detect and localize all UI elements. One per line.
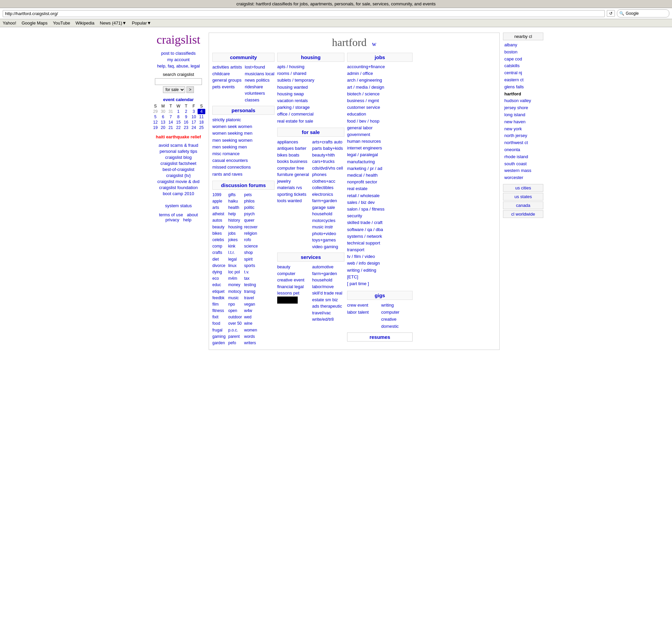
forum-religion[interactable]: religion [244,230,259,237]
community-general[interactable]: general [212,78,227,83]
forum-pets[interactable]: pets [244,192,259,198]
forum-m4m[interactable]: m4m [228,275,243,282]
services-automotive[interactable]: automotive [312,264,334,269]
nav-yahoo[interactable]: Yahoo! [3,21,16,26]
factsheet-link[interactable]: craigslist factsheet [151,161,205,166]
forum-fixit[interactable]: fixit [212,314,227,320]
my-account-link[interactable]: my account [151,57,205,62]
cal-cell[interactable]: 29 [151,109,159,114]
forsale-motorcycles[interactable]: motorcycles [312,218,335,223]
forsale-electronics[interactable]: electronics [312,192,333,197]
cal-cell[interactable]: 31 [167,109,175,114]
forum-dying[interactable]: dying [212,269,227,275]
cal-cell[interactable]: 10 [190,114,197,120]
services-farmgarden[interactable]: farm+garden [312,271,337,276]
jobs-systems[interactable]: systems / network [347,233,413,240]
nav-google-maps[interactable]: Google Maps [22,21,47,26]
cal-cell[interactable]: 11 [197,114,205,120]
services-skilledtrade[interactable]: skill'd trade [312,291,334,296]
nearby-oneonta[interactable]: oneonta [503,146,543,153]
avoid-scams-link[interactable]: avoid scams & fraud [151,143,205,148]
nearby-worcester[interactable]: worcester [503,174,543,181]
cal-cell[interactable]: 16 [182,120,190,125]
forsale-collectibles[interactable]: collectibles [312,185,334,190]
forsale-furniture[interactable]: furniture [277,172,293,177]
jobs-medical[interactable]: medical / health [347,172,413,178]
jobs-legal[interactable]: legal / paralegal [347,152,413,158]
forum-sports[interactable]: sports [244,262,259,269]
forum-science[interactable]: science [244,243,259,250]
jobs-internet[interactable]: internet engineers [347,145,413,151]
search-go-button[interactable]: > [187,86,194,93]
jobs-realestate[interactable]: real estate [347,186,413,192]
jobs-web[interactable]: web / info design [347,260,413,266]
jobs-technical[interactable]: technical support [347,240,413,246]
forsale-sporting[interactable]: sporting [277,192,293,197]
system-status-link[interactable]: system status [151,203,205,208]
nearby-newhaven[interactable]: new haven [503,119,543,126]
forum-money[interactable]: money [228,282,243,288]
jobs-hr[interactable]: human resources [347,139,413,144]
jobs-general-labor[interactable]: general labor [347,125,413,131]
forum-linux[interactable]: linux [228,262,243,269]
forum-tv[interactable]: t.v. [244,269,259,275]
forsale-videogaming[interactable]: video gaming [312,244,338,249]
nearby-hartford[interactable]: hartford [503,91,543,98]
jobs-writing[interactable]: writing / editing [347,267,413,273]
forsale-garagesale[interactable]: garage sale [312,205,335,210]
foundation-link[interactable]: craigslist foundation [151,185,205,190]
community-rideshare[interactable]: rideshare [245,84,263,89]
forum-locpol[interactable]: loc pol [228,269,243,275]
forsale-clothesacc[interactable]: clothes+acc [312,179,335,184]
forum-kink[interactable]: kink [228,243,243,250]
jobs-retail[interactable]: retail / wholesale [347,193,413,199]
search-input[interactable] [155,78,202,85]
nearby-easternct[interactable]: eastern ct [503,77,543,84]
cal-cell[interactable]: 25 [197,125,205,130]
cal-cell[interactable]: 20 [159,125,167,130]
forum-feedbk[interactable]: feedbk [212,295,227,301]
nearby-catskills[interactable]: catskills [503,62,543,70]
forum-writers[interactable]: writers [244,340,259,346]
forum-vegan[interactable]: vegan [244,301,259,308]
community-classes[interactable]: classes [245,97,259,102]
us-cities-link[interactable]: us cities [503,184,543,192]
forum-travel[interactable]: travel [244,295,259,301]
nearby-jerseyshore[interactable]: jersey shore [503,104,543,111]
nav-popular[interactable]: Popular▼ [132,21,151,26]
canada-link[interactable]: canada [503,201,543,209]
jobs-marketing[interactable]: marketing / pr / ad [347,166,413,172]
forum-beauty[interactable]: beauty [212,224,227,230]
cal-cell[interactable]: 19 [151,125,159,130]
community-activities[interactable]: activities [212,65,229,70]
cal-cell[interactable]: 21 [167,125,175,130]
forum-apple[interactable]: apple [212,198,227,204]
forum-testing[interactable]: testing [244,282,259,288]
forum-health[interactable]: health [228,204,243,211]
cal-cell[interactable]: 9 [182,114,190,120]
jobs-security[interactable]: security [347,213,413,219]
forum-queer[interactable]: queer [244,217,259,224]
forum-crafts[interactable]: crafts [212,250,227,256]
services-therapeutic[interactable]: therapeutic [320,304,342,309]
personals-msm[interactable]: men seeking men [212,144,274,150]
community-politics[interactable]: politics [256,78,269,83]
forum-ltr[interactable]: l.t.r. [228,250,243,256]
jobs-nonprofit[interactable]: nonprofit sector [347,179,413,185]
us-states-link[interactable]: us states [503,193,543,200]
services-writeedit[interactable]: write/ed/tr8 [312,317,334,322]
forsale-tickets[interactable]: tickets [294,192,307,197]
services-creative[interactable]: creative [277,277,293,282]
forsale-beautyhlth[interactable]: beauty+hlth [312,152,335,157]
forsale-barter[interactable]: barter [295,146,307,151]
nav-news[interactable]: News (471)▼ [100,21,126,26]
forsale-carstrucks[interactable]: cars+trucks [312,159,335,164]
nearby-centralnj[interactable]: central nj [503,70,543,77]
cal-cell[interactable]: 2 [182,109,190,114]
community-lostfound[interactable]: lost+found [245,65,265,70]
housing-vacation[interactable]: vacation rentals [277,98,344,104]
forsale-farmgarden[interactable]: farm+garden [312,198,337,203]
about-link[interactable]: about [187,212,198,217]
forum-educ[interactable]: educ [212,282,227,288]
haiti-relief-link[interactable]: haiti earthquake relief [151,134,205,140]
